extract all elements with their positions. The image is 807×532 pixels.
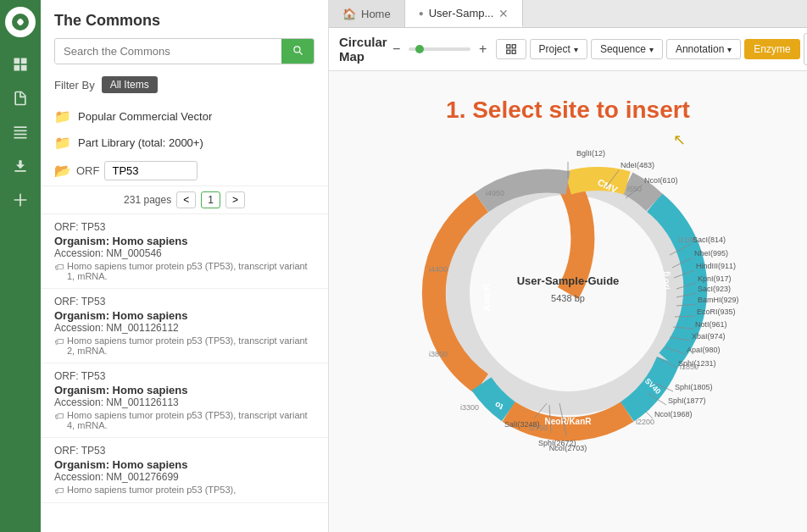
result-orf-2: ORF: TP53	[54, 370, 314, 382]
home-icon: 🏠	[342, 8, 356, 20]
orf-input[interactable]	[104, 161, 198, 180]
zoom-out-btn[interactable]: −	[387, 39, 406, 59]
svg-rect-2	[21, 58, 27, 64]
pos-3300: i3300	[460, 403, 479, 412]
folder-icon: 📁	[54, 108, 71, 125]
sphi1805-label: SphI(1805)	[675, 383, 713, 391]
result-organism-3: Organism: Homo sapiens	[54, 458, 314, 471]
ecori-label: EcoRI(935)	[697, 308, 736, 316]
search-button[interactable]	[281, 39, 314, 64]
result-organism-1: Organism: Homo sapiens	[54, 309, 314, 322]
app-logo[interactable]	[5, 7, 36, 37]
svg-rect-9	[506, 45, 509, 48]
svg-rect-4	[21, 65, 27, 71]
result-item[interactable]: ORF: TP53 Organism: Homo sapiens Accessi…	[41, 214, 328, 289]
nav-list[interactable]	[5, 117, 36, 147]
folder-open-icon: 📂	[54, 163, 71, 179]
hindiii-label: HindIII(911)	[696, 262, 736, 270]
result-desc-0: 🏷 Homo sapiens tumor protein p53 (TP53),…	[54, 261, 314, 281]
pagination: 231 pages < 1 >	[41, 186, 328, 214]
plasmid-name: User-Sample-Guide	[517, 274, 620, 287]
enzyme-btn[interactable]: Enzyme	[744, 39, 799, 59]
nav-grid[interactable]	[5, 49, 36, 80]
tab-circle-icon: ●	[419, 8, 424, 18]
sidebar-title: The Commons	[41, 0, 328, 38]
sv40-dot	[637, 398, 651, 412]
result-item[interactable]: ORF: TP53 Organism: Homo sapiens Accessi…	[41, 289, 328, 363]
folder-part-library[interactable]: 📁 Part Library (total: 2000+)	[41, 130, 328, 156]
result-desc-1: 🏷 Homo sapiens tumor protein p53 (TP53),…	[54, 335, 314, 356]
map-area: 1. Select site to insert ↖	[329, 71, 807, 532]
folder-commercial-vector[interactable]: 📁 Popular Commercial Vector	[41, 103, 328, 130]
tab-home-label: Home	[361, 8, 391, 20]
svg-rect-6	[14, 130, 27, 132]
annotation-btn[interactable]: Annotation ▾	[666, 39, 741, 59]
tab-close-btn[interactable]: ✕	[498, 8, 509, 19]
sequence-btn[interactable]: Sequence ▾	[591, 39, 663, 59]
result-accession-1: Accession: NM_001126112	[54, 322, 314, 334]
search-input[interactable]	[55, 39, 281, 64]
project-btn[interactable]: Project ▾	[530, 39, 587, 59]
next-page-btn[interactable]: >	[225, 191, 245, 208]
pages-count: 231 pages	[124, 194, 171, 206]
result-accession-2: Accession: NM_001126113	[54, 396, 314, 408]
ncoi1968-label: NcoI(1968)	[654, 410, 693, 418]
sali-label: SalI(3248)	[504, 420, 540, 429]
circular-map: AmpR to NeoR/KanR SV40 fi ori CMV User-S…	[356, 107, 780, 496]
result-organism-0: Organism: Homo sapiens	[54, 235, 314, 247]
toolbar: Circular Map − + Project ▾ Sequence ▾ An…	[329, 28, 807, 71]
bamhi-label: BamHI(929)	[698, 296, 739, 304]
nav-add[interactable]	[5, 185, 36, 215]
plasmid-size: 5438 bp	[551, 293, 585, 303]
noti-label: NotI(961)	[695, 320, 727, 329]
svg-rect-12	[512, 50, 515, 53]
ampr-label: AmpR	[481, 284, 492, 311]
toolbar-title: Circular Map	[339, 35, 387, 64]
pos-4400: i4400	[429, 265, 448, 274]
svg-rect-10	[512, 45, 515, 48]
sphi1877-label: SphI(1877)	[668, 396, 706, 405]
tab-home[interactable]: 🏠 Home	[329, 0, 405, 27]
svg-rect-5	[14, 126, 27, 128]
ncoi2703-label: NcoI(2703)	[549, 444, 587, 452]
plasmid-svg: AmpR to NeoR/KanR SV40 fi ori CMV User-S…	[356, 107, 780, 471]
search-bar	[54, 38, 314, 64]
nav-file[interactable]	[5, 83, 36, 114]
prev-page-btn[interactable]: <	[176, 191, 196, 208]
filter-row: Filter By All Items	[41, 73, 328, 100]
icon-bar	[0, 0, 41, 532]
pos-2200: i2200	[636, 418, 654, 426]
nav-download[interactable]	[5, 151, 36, 181]
apai-label: ApaI(980)	[687, 346, 721, 354]
svg-rect-1	[14, 58, 20, 64]
folder-icon-2: 📁	[54, 135, 71, 151]
filter-all-items[interactable]: All Items	[102, 76, 158, 93]
result-desc-2: 🏷 Homo sapiens tumor protein p53 (TP53),…	[54, 410, 314, 430]
zoom-slider[interactable]	[409, 47, 470, 51]
results-list: ORF: TP53 Organism: Homo sapiens Accessi…	[41, 214, 328, 503]
orf-label: ORF	[76, 164, 99, 177]
xbai-label: XbaI(974)	[692, 332, 726, 341]
result-accession-3: Accession: NM_001276699	[54, 471, 314, 483]
ordering-btn[interactable]: 🛒 Ordering	[804, 33, 807, 65]
svg-rect-7	[14, 134, 27, 136]
svg-rect-8	[14, 137, 27, 139]
result-item[interactable]: ORF: TP53 Organism: Homo sapiens Accessi…	[41, 363, 328, 438]
saci923-label: SacI(923)	[698, 285, 731, 293]
result-orf-3: ORF: TP53	[54, 445, 314, 457]
main-content: 🏠 Home ● User-Samp... ✕ Circular Map − +…	[329, 0, 807, 532]
saci814-label: SacI(814)	[693, 236, 726, 244]
ndei-label: NdeI(483)	[621, 161, 654, 169]
toolbar-icon-btn[interactable]	[496, 39, 526, 59]
project-chevron: ▾	[574, 45, 578, 54]
result-item[interactable]: ORF: TP53 Organism: Homo sapiens Accessi…	[41, 438, 328, 503]
tab-user-sample-label: User-Samp...	[429, 7, 494, 19]
zoom-slider-dot	[415, 45, 424, 53]
result-organism-2: Organism: Homo sapiens	[54, 384, 314, 396]
zoom-in-btn[interactable]: +	[474, 39, 493, 59]
annotation-chevron: ▾	[727, 45, 732, 54]
result-accession-0: Accession: NM_000546	[54, 247, 314, 259]
filter-label: Filter By	[54, 79, 95, 91]
tab-user-sample[interactable]: ● User-Samp... ✕	[405, 0, 524, 27]
fori-label: fi ori	[662, 271, 671, 290]
